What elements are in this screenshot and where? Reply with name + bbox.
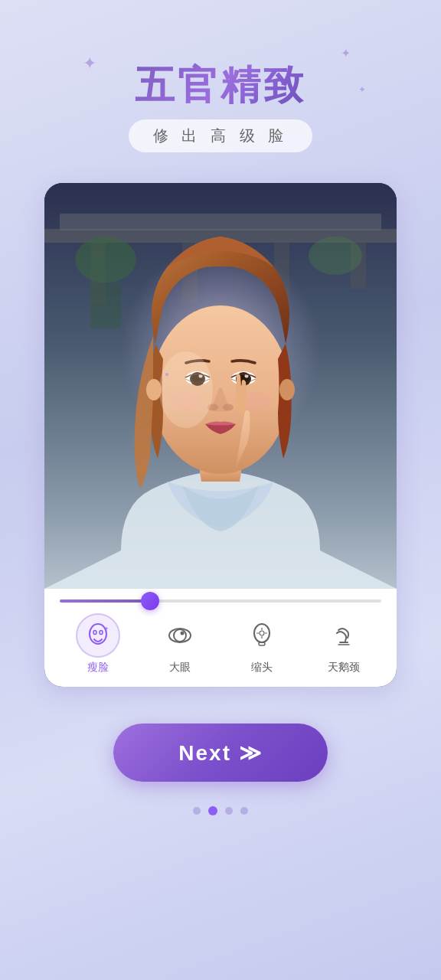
tool-item-big-eyes[interactable]: 大眼 xyxy=(145,613,214,675)
slider-area xyxy=(44,589,397,603)
svg-point-24 xyxy=(159,351,213,428)
svg-point-30 xyxy=(100,631,103,635)
sparkle-icon: ✦ xyxy=(341,46,351,60)
svg-point-8 xyxy=(309,237,362,275)
tool-item-slim-face[interactable]: 瘦脸 xyxy=(64,613,132,675)
tool-item-slim-head[interactable]: 缩头 xyxy=(227,613,296,675)
subtitle: 修 出 高 级 脸 xyxy=(129,119,312,152)
header-section: ✦ ✦ ✦ 五官精致 修 出 高 级 脸 xyxy=(129,61,312,152)
photo-area xyxy=(44,183,397,589)
sparkle-icon: ✦ xyxy=(83,54,96,74)
big-eyes-icon-wrap xyxy=(158,613,202,658)
swan-neck-icon-wrap xyxy=(322,613,366,658)
svg-rect-35 xyxy=(259,642,265,645)
toolbar: 瘦脸 大眼 xyxy=(44,603,397,687)
slim-head-label: 缩头 xyxy=(251,661,273,675)
svg-point-26 xyxy=(279,379,295,400)
pagination-dot-2[interactable] xyxy=(225,807,233,815)
image-card: 瘦脸 大眼 xyxy=(44,183,397,687)
next-button-text: Next ≫ xyxy=(178,740,262,766)
svg-point-21 xyxy=(223,404,234,411)
slim-head-icon-wrap xyxy=(240,613,284,658)
svg-point-36 xyxy=(260,631,264,635)
slider-fill xyxy=(60,599,150,603)
pagination-dots xyxy=(193,806,248,815)
big-eyes-icon xyxy=(167,622,193,648)
slim-face-label: 瘦脸 xyxy=(87,661,109,675)
pagination-dot-3[interactable] xyxy=(240,807,248,815)
svg-point-7 xyxy=(75,237,136,283)
portrait-svg xyxy=(44,183,397,589)
svg-rect-2 xyxy=(60,214,381,230)
svg-point-32 xyxy=(174,629,186,642)
slider-track[interactable] xyxy=(60,599,381,603)
tool-item-swan-neck[interactable]: 天鹅颈 xyxy=(309,613,378,675)
svg-point-25 xyxy=(146,379,162,400)
sparkle-icon: ✦ xyxy=(358,84,366,95)
svg-point-33 xyxy=(180,632,184,635)
svg-point-31 xyxy=(169,629,191,642)
svg-rect-9 xyxy=(90,283,121,328)
slim-face-icon xyxy=(85,622,111,648)
big-eyes-label: 大眼 xyxy=(169,661,191,675)
svg-point-27 xyxy=(165,373,168,376)
slim-face-icon-wrap xyxy=(76,613,120,658)
main-title: 五官精致 xyxy=(129,61,312,109)
slim-head-icon xyxy=(249,622,275,648)
next-button[interactable]: Next ≫ xyxy=(113,724,328,782)
swan-neck-icon xyxy=(331,622,357,648)
swan-neck-label: 天鹅颈 xyxy=(328,661,360,675)
slider-thumb[interactable] xyxy=(141,592,159,610)
svg-point-29 xyxy=(93,631,96,635)
pagination-dot-1[interactable] xyxy=(208,806,217,815)
pagination-dot-0[interactable] xyxy=(193,807,201,815)
